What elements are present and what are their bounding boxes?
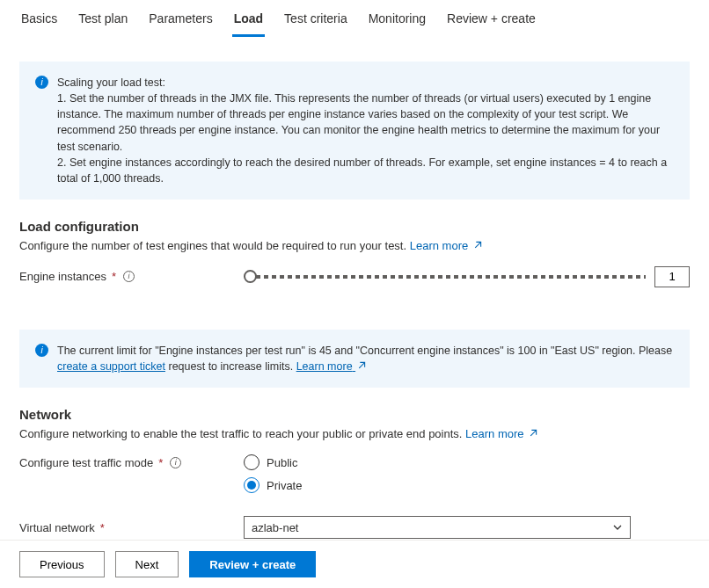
load-config-learn-more-link[interactable]: Learn more — [410, 239, 482, 252]
scaling-info-title: Scaling your load test: — [57, 75, 674, 91]
next-button[interactable]: Next — [115, 551, 179, 577]
network-desc-text: Configure networking to enable the test … — [19, 427, 465, 440]
required-indicator: * — [112, 270, 116, 283]
help-icon[interactable]: i — [170, 457, 181, 468]
limit-info-text-pre: The current limit for "Engine instances … — [57, 345, 672, 357]
engine-instances-slider[interactable] — [244, 275, 646, 279]
traffic-mode-public-radio[interactable]: Public — [244, 454, 302, 470]
slider-rail — [256, 275, 646, 279]
network-learn-more-text: Learn more — [465, 427, 523, 440]
external-link-icon — [357, 361, 366, 374]
scaling-info-box: i Scaling your load test: 1. Set the num… — [19, 62, 690, 200]
virtual-network-dropdown[interactable]: azlab-net — [244, 516, 631, 539]
engine-instances-input[interactable] — [654, 266, 690, 287]
network-title: Network — [19, 407, 690, 422]
network-learn-more-link[interactable]: Learn more — [465, 427, 537, 440]
radio-icon — [244, 477, 259, 493]
load-config-desc-text: Configure the number of test engines tha… — [19, 239, 410, 252]
tab-parameters[interactable]: Parameters — [147, 4, 214, 37]
traffic-mode-public-label: Public — [267, 456, 297, 469]
info-icon: i — [35, 344, 48, 357]
limit-learn-more-text: Learn more — [296, 360, 353, 373]
load-config-title: Load configuration — [19, 219, 690, 234]
scaling-info-line2: 2. Set engine instances accordingly to r… — [57, 155, 674, 186]
load-config-learn-more-text: Learn more — [410, 239, 468, 252]
review-create-button[interactable]: Review + create — [189, 551, 316, 577]
external-link-icon — [473, 241, 482, 251]
virtual-network-value: azlab-net — [252, 521, 298, 534]
limit-info-text-mid: request to increase limits. — [168, 360, 296, 373]
virtual-network-row: Virtual network * azlab-net — [19, 516, 690, 539]
traffic-mode-label: Configure test traffic mode — [19, 456, 153, 469]
required-indicator: * — [158, 456, 163, 469]
chevron-down-icon — [612, 522, 623, 533]
limit-info-box: i The current limit for "Engine instance… — [19, 330, 690, 388]
previous-button[interactable]: Previous — [19, 551, 105, 577]
required-indicator: * — [100, 521, 105, 534]
traffic-mode-private-label: Private — [267, 479, 302, 492]
wizard-tabs: Basics Test plan Parameters Load Test cr… — [0, 0, 709, 37]
network-desc: Configure networking to enable the test … — [19, 427, 690, 440]
tab-review-create[interactable]: Review + create — [445, 4, 537, 37]
tab-monitoring[interactable]: Monitoring — [367, 4, 428, 37]
traffic-mode-row: Configure test traffic mode * i Public P… — [19, 454, 690, 493]
radio-icon — [244, 454, 259, 470]
wizard-footer: Previous Next Review + create — [0, 540, 709, 588]
tab-test-criteria[interactable]: Test criteria — [282, 4, 349, 37]
traffic-mode-private-radio[interactable]: Private — [244, 477, 302, 493]
engine-instances-label: Engine instances — [19, 270, 106, 283]
create-support-ticket-link[interactable]: create a support ticket — [57, 360, 165, 373]
slider-thumb[interactable] — [244, 270, 257, 283]
load-config-desc: Configure the number of test engines tha… — [19, 239, 690, 252]
virtual-network-label: Virtual network — [19, 521, 95, 534]
help-icon[interactable]: i — [123, 271, 135, 282]
tab-basics[interactable]: Basics — [19, 4, 59, 37]
tab-test-plan[interactable]: Test plan — [77, 4, 129, 37]
tab-load[interactable]: Load — [232, 4, 265, 37]
scaling-info-line1: 1. Set the number of threads in the JMX … — [57, 91, 674, 155]
limit-learn-more-link[interactable]: Learn more — [296, 360, 366, 373]
external-link-icon — [529, 429, 537, 439]
info-icon: i — [35, 76, 48, 89]
engine-instances-row: Engine instances * i — [19, 266, 690, 287]
